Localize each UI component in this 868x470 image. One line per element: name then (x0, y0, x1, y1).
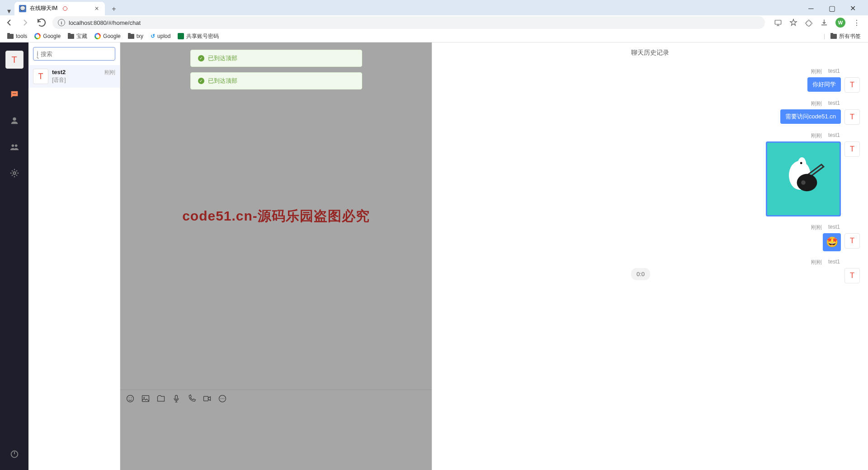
minimize-button[interactable]: ─ (801, 2, 821, 15)
contact-time: 刚刚 (104, 69, 115, 84)
svg-point-19 (224, 398, 225, 399)
message-item: 刚刚test1 🤩 T (440, 224, 860, 251)
folder-icon (830, 34, 837, 39)
svg-point-6 (14, 145, 17, 147)
google-icon (34, 33, 41, 39)
svg-point-23 (797, 174, 817, 191)
contact-item[interactable]: T test2 [语音] 刚刚 (28, 65, 120, 88)
history-messages[interactable]: 刚刚test1 你好同学 T 刚刚test1 需要访问code51.cn T 刚… (432, 63, 868, 470)
menu-icon[interactable]: ⋮ (853, 19, 861, 27)
svg-point-3 (15, 93, 16, 94)
folder-icon (128, 34, 134, 39)
tab-favicon-icon: 💬 (19, 5, 26, 12)
chat-messages[interactable]: ✓ 已到达顶部 ✓ 已到达顶部 code51.cn-源码乐园盗图必究 (120, 42, 432, 390)
svg-point-18 (222, 398, 223, 399)
password-icon (178, 33, 184, 39)
settings-icon[interactable] (9, 168, 19, 178)
message-avatar[interactable]: T (844, 77, 860, 93)
message-bubble[interactable]: 需要访问code51.cn (780, 109, 841, 124)
bookmark-tools[interactable]: tools (5, 32, 30, 40)
chat-input[interactable] (120, 407, 432, 470)
bookmark-google-2[interactable]: Google (92, 32, 123, 40)
call-button-icon[interactable] (187, 394, 196, 403)
group-icon[interactable] (9, 142, 19, 152)
forward-button[interactable] (20, 17, 31, 28)
bookmark-txy[interactable]: txy (125, 32, 146, 40)
audio-duration[interactable]: 0:0 (631, 268, 650, 280)
file-button-icon[interactable] (156, 394, 165, 403)
svg-point-11 (131, 397, 132, 398)
close-window-button[interactable]: ✕ (843, 2, 863, 15)
svg-point-13 (143, 397, 145, 398)
bookmark-password[interactable]: 共享账号密码 (175, 32, 222, 41)
sidebar: T (0, 42, 28, 470)
svg-point-22 (800, 162, 802, 164)
profile-avatar[interactable]: W (835, 18, 845, 28)
url-input[interactable]: i localhost:8080/#/home/chat (52, 16, 765, 29)
download-icon[interactable] (820, 19, 828, 27)
message-avatar[interactable]: T (844, 233, 860, 249)
chat-icon[interactable] (9, 89, 19, 99)
reload-button[interactable] (36, 17, 47, 28)
svg-rect-14 (175, 395, 178, 399)
maximize-button[interactable]: ▢ (822, 2, 842, 15)
contact-name: test2 (52, 69, 101, 75)
sticker-icon (767, 143, 840, 215)
video-button-icon[interactable] (203, 394, 212, 403)
bookmark-baozang[interactable]: 宝藏 (65, 32, 90, 41)
folder-icon (7, 34, 14, 39)
screen-icon[interactable] (774, 19, 782, 27)
search-input[interactable] (41, 51, 117, 57)
message-avatar[interactable]: T (844, 109, 860, 125)
site-info-icon[interactable]: i (58, 19, 65, 26)
all-bookmarks[interactable]: 所有书签 (828, 32, 863, 41)
tab-title: 在线聊天IM (30, 5, 57, 12)
mic-button-icon[interactable] (172, 394, 181, 403)
upload-icon: ↺ (151, 33, 155, 39)
toast-notification: ✓ 已到达顶部 (190, 72, 362, 89)
google-icon (94, 33, 101, 39)
svg-point-10 (129, 397, 130, 398)
image-button-icon[interactable] (141, 394, 150, 403)
contact-list: T test2 [语音] 刚刚 (28, 42, 120, 470)
emoji-icon: 🤩 (825, 235, 839, 249)
star-icon[interactable] (789, 19, 797, 27)
svg-rect-12 (142, 395, 149, 401)
message-avatar[interactable]: T (844, 141, 860, 157)
message-bubble[interactable]: 你好同学 (807, 77, 841, 92)
power-icon[interactable] (9, 449, 19, 459)
extensions-icon[interactable] (805, 19, 813, 27)
tab-bar: ▾ 💬 在线聊天IM ✕ + ─ ▢ ✕ (0, 0, 868, 15)
more-button-icon[interactable] (218, 394, 227, 403)
user-avatar[interactable]: T (5, 51, 24, 69)
browser-tab[interactable]: 💬 在线聊天IM ✕ (14, 2, 105, 15)
recording-icon (63, 6, 67, 11)
history-panel: 聊天历史记录 刚刚test1 你好同学 T 刚刚test1 需要访问code51… (432, 42, 868, 470)
contacts-icon[interactable] (9, 116, 19, 126)
back-button[interactable] (4, 17, 14, 28)
message-sticker[interactable] (766, 141, 841, 216)
new-tab-button[interactable]: + (108, 3, 120, 15)
contact-avatar: T (33, 69, 48, 84)
search-icon (37, 51, 38, 57)
svg-rect-15 (204, 396, 208, 401)
close-tab-icon[interactable]: ✕ (93, 5, 100, 12)
message-item: 刚刚test1 0:0 T (440, 258, 860, 283)
folder-icon (68, 34, 74, 39)
svg-point-4 (13, 118, 16, 121)
message-emoji[interactable]: 🤩 (823, 233, 841, 251)
search-input-wrap[interactable] (33, 47, 115, 61)
svg-rect-0 (775, 20, 781, 24)
message-item: 刚刚test1 需要访问code51.cn T (440, 100, 860, 125)
success-icon: ✓ (198, 78, 204, 84)
url-text: localhost:8080/#/home/chat (69, 19, 141, 26)
emoji-button-icon[interactable] (126, 394, 135, 403)
window-controls: ─ ▢ ✕ (801, 2, 864, 15)
tab-dropdown-icon[interactable]: ▾ (4, 7, 14, 15)
svg-point-24 (801, 180, 806, 185)
message-avatar[interactable]: T (844, 268, 860, 283)
contact-preview: [语音] (52, 76, 101, 84)
bookmark-google[interactable]: Google (32, 32, 63, 40)
chat-toolbar (120, 390, 432, 407)
bookmark-upload[interactable]: ↺uplod (148, 32, 173, 40)
